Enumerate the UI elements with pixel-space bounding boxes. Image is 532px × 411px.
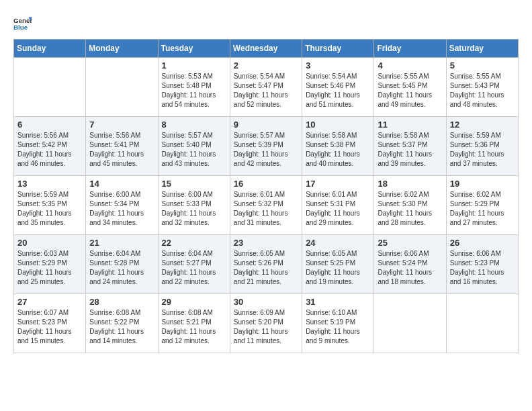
calendar-cell: 25Sunrise: 6:06 AM Sunset: 5:24 PM Dayli… xyxy=(374,235,446,294)
day-number: 20 xyxy=(17,238,82,248)
day-info: Sunrise: 5:57 AM Sunset: 5:40 PM Dayligh… xyxy=(162,131,226,169)
day-number: 30 xyxy=(234,297,298,307)
day-number: 15 xyxy=(162,179,226,189)
day-number: 8 xyxy=(162,120,226,130)
day-info: Sunrise: 6:09 AM Sunset: 5:20 PM Dayligh… xyxy=(234,308,298,346)
day-number: 28 xyxy=(89,297,154,307)
calendar-cell: 5Sunrise: 5:55 AM Sunset: 5:43 PM Daylig… xyxy=(446,58,518,117)
calendar-cell: 12Sunrise: 5:59 AM Sunset: 5:36 PM Dayli… xyxy=(446,117,518,176)
calendar-cell: 20Sunrise: 6:03 AM Sunset: 5:29 PM Dayli… xyxy=(14,235,86,294)
calendar-cell: 26Sunrise: 6:06 AM Sunset: 5:23 PM Dayli… xyxy=(446,235,518,294)
day-number: 26 xyxy=(450,238,515,248)
calendar-cell xyxy=(14,58,86,117)
day-number: 7 xyxy=(89,120,154,130)
day-number: 14 xyxy=(89,179,154,189)
day-number: 27 xyxy=(17,297,82,307)
calendar-cell: 10Sunrise: 5:58 AM Sunset: 5:38 PM Dayli… xyxy=(302,117,374,176)
day-info: Sunrise: 6:02 AM Sunset: 5:30 PM Dayligh… xyxy=(378,190,442,228)
calendar-cell: 24Sunrise: 6:05 AM Sunset: 5:25 PM Dayli… xyxy=(302,235,374,294)
calendar-cell: 7Sunrise: 5:56 AM Sunset: 5:41 PM Daylig… xyxy=(86,117,158,176)
calendar-cell: 13Sunrise: 5:59 AM Sunset: 5:35 PM Dayli… xyxy=(14,176,86,235)
day-number: 12 xyxy=(450,120,515,130)
calendar-cell: 14Sunrise: 6:00 AM Sunset: 5:34 PM Dayli… xyxy=(86,176,158,235)
calendar-cell: 30Sunrise: 6:09 AM Sunset: 5:20 PM Dayli… xyxy=(230,294,302,353)
calendar-cell xyxy=(446,294,518,353)
calendar-cell: 15Sunrise: 6:00 AM Sunset: 5:33 PM Dayli… xyxy=(158,176,230,235)
day-info: Sunrise: 5:54 AM Sunset: 5:46 PM Dayligh… xyxy=(306,72,370,109)
calendar-cell: 21Sunrise: 6:04 AM Sunset: 5:28 PM Dayli… xyxy=(86,235,158,294)
day-info: Sunrise: 5:59 AM Sunset: 5:35 PM Dayligh… xyxy=(17,190,82,228)
column-header-sunday: Sunday xyxy=(14,40,86,58)
column-header-tuesday: Tuesday xyxy=(158,40,230,58)
day-number: 22 xyxy=(162,238,226,248)
day-info: Sunrise: 6:05 AM Sunset: 5:26 PM Dayligh… xyxy=(234,249,298,287)
calendar-cell: 29Sunrise: 6:08 AM Sunset: 5:21 PM Dayli… xyxy=(158,294,230,353)
calendar-cell: 3Sunrise: 5:54 AM Sunset: 5:46 PM Daylig… xyxy=(302,58,374,117)
calendar-cell: 17Sunrise: 6:01 AM Sunset: 5:31 PM Dayli… xyxy=(302,176,374,235)
day-info: Sunrise: 6:04 AM Sunset: 5:28 PM Dayligh… xyxy=(89,249,154,287)
day-info: Sunrise: 5:55 AM Sunset: 5:43 PM Dayligh… xyxy=(450,72,515,109)
calendar-cell xyxy=(374,294,446,353)
calendar-cell: 31Sunrise: 6:10 AM Sunset: 5:19 PM Dayli… xyxy=(302,294,374,353)
day-number: 3 xyxy=(306,60,370,71)
day-info: Sunrise: 6:04 AM Sunset: 5:27 PM Dayligh… xyxy=(162,249,226,287)
calendar-week-4: 20Sunrise: 6:03 AM Sunset: 5:29 PM Dayli… xyxy=(14,235,519,294)
day-info: Sunrise: 6:07 AM Sunset: 5:23 PM Dayligh… xyxy=(17,308,82,346)
day-info: Sunrise: 5:57 AM Sunset: 5:39 PM Dayligh… xyxy=(234,131,298,169)
calendar-cell: 28Sunrise: 6:08 AM Sunset: 5:22 PM Dayli… xyxy=(86,294,158,353)
day-info: Sunrise: 6:08 AM Sunset: 5:22 PM Dayligh… xyxy=(89,308,154,346)
day-number: 17 xyxy=(306,179,370,189)
day-info: Sunrise: 5:58 AM Sunset: 5:38 PM Dayligh… xyxy=(306,131,370,169)
day-number: 10 xyxy=(306,120,370,130)
calendar-week-3: 13Sunrise: 5:59 AM Sunset: 5:35 PM Dayli… xyxy=(14,176,519,235)
day-number: 16 xyxy=(234,179,298,189)
column-header-monday: Monday xyxy=(86,40,158,58)
calendar-cell: 23Sunrise: 6:05 AM Sunset: 5:26 PM Dayli… xyxy=(230,235,302,294)
day-info: Sunrise: 6:03 AM Sunset: 5:29 PM Dayligh… xyxy=(17,249,82,287)
calendar-cell: 11Sunrise: 5:58 AM Sunset: 5:37 PM Dayli… xyxy=(374,117,446,176)
column-header-friday: Friday xyxy=(374,40,446,58)
calendar-cell: 19Sunrise: 6:02 AM Sunset: 5:29 PM Dayli… xyxy=(446,176,518,235)
day-info: Sunrise: 6:10 AM Sunset: 5:19 PM Dayligh… xyxy=(306,308,370,346)
day-number: 24 xyxy=(306,238,370,248)
day-info: Sunrise: 6:01 AM Sunset: 5:32 PM Dayligh… xyxy=(234,190,298,228)
day-number: 11 xyxy=(378,120,442,130)
day-number: 23 xyxy=(234,238,298,248)
day-info: Sunrise: 5:53 AM Sunset: 5:48 PM Dayligh… xyxy=(162,72,226,109)
calendar-week-1: 1Sunrise: 5:53 AM Sunset: 5:48 PM Daylig… xyxy=(14,58,519,117)
calendar-cell: 1Sunrise: 5:53 AM Sunset: 5:48 PM Daylig… xyxy=(158,58,230,117)
day-number: 9 xyxy=(234,120,298,130)
svg-text:Blue: Blue xyxy=(13,24,28,31)
day-info: Sunrise: 6:08 AM Sunset: 5:21 PM Dayligh… xyxy=(162,308,226,346)
calendar-cell: 27Sunrise: 6:07 AM Sunset: 5:23 PM Dayli… xyxy=(14,294,86,353)
day-number: 5 xyxy=(450,60,515,71)
day-info: Sunrise: 6:02 AM Sunset: 5:29 PM Dayligh… xyxy=(450,190,515,228)
column-header-thursday: Thursday xyxy=(302,40,374,58)
calendar-cell: 18Sunrise: 6:02 AM Sunset: 5:30 PM Dayli… xyxy=(374,176,446,235)
calendar-cell: 4Sunrise: 5:55 AM Sunset: 5:45 PM Daylig… xyxy=(374,58,446,117)
day-number: 29 xyxy=(162,297,226,307)
day-info: Sunrise: 5:54 AM Sunset: 5:47 PM Dayligh… xyxy=(234,72,298,109)
logo-icon: General Blue xyxy=(13,13,32,32)
day-info: Sunrise: 5:59 AM Sunset: 5:36 PM Dayligh… xyxy=(450,131,515,169)
calendar-cell: 22Sunrise: 6:04 AM Sunset: 5:27 PM Dayli… xyxy=(158,235,230,294)
day-info: Sunrise: 6:05 AM Sunset: 5:25 PM Dayligh… xyxy=(306,249,370,287)
calendar-cell: 6Sunrise: 5:56 AM Sunset: 5:42 PM Daylig… xyxy=(14,117,86,176)
day-number: 25 xyxy=(378,238,442,248)
calendar-cell: 2Sunrise: 5:54 AM Sunset: 5:47 PM Daylig… xyxy=(230,58,302,117)
day-info: Sunrise: 6:06 AM Sunset: 5:24 PM Dayligh… xyxy=(378,249,442,287)
calendar-cell xyxy=(86,58,158,117)
day-info: Sunrise: 5:56 AM Sunset: 5:41 PM Dayligh… xyxy=(89,131,154,169)
day-number: 19 xyxy=(450,179,515,189)
day-info: Sunrise: 6:06 AM Sunset: 5:23 PM Dayligh… xyxy=(450,249,515,287)
day-number: 4 xyxy=(378,60,442,71)
day-number: 2 xyxy=(234,60,298,71)
column-header-wednesday: Wednesday xyxy=(230,40,302,58)
day-info: Sunrise: 5:55 AM Sunset: 5:45 PM Dayligh… xyxy=(378,72,442,109)
day-info: Sunrise: 6:01 AM Sunset: 5:31 PM Dayligh… xyxy=(306,190,370,228)
day-info: Sunrise: 6:00 AM Sunset: 5:34 PM Dayligh… xyxy=(89,190,154,228)
day-number: 31 xyxy=(306,297,370,307)
page-header: General Blue xyxy=(13,13,519,32)
day-number: 13 xyxy=(17,179,82,189)
day-number: 1 xyxy=(162,60,226,71)
